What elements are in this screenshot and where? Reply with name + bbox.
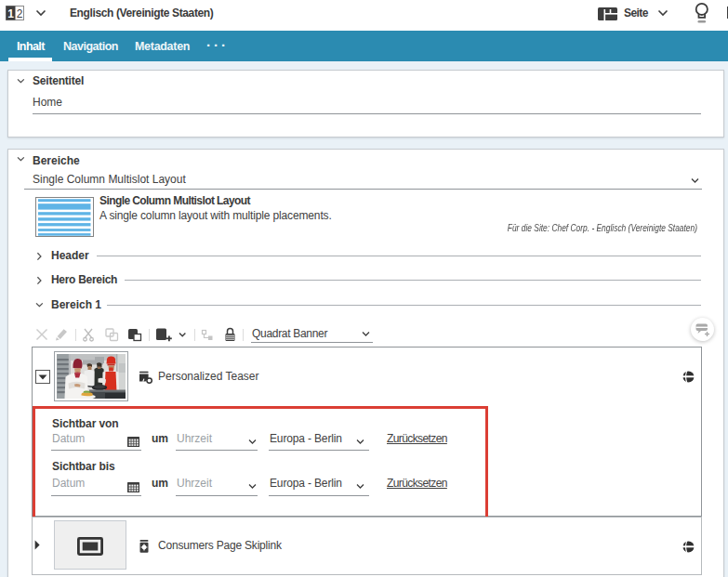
- svg-text:1: 1: [7, 7, 14, 20]
- svg-text:2: 2: [17, 7, 23, 20]
